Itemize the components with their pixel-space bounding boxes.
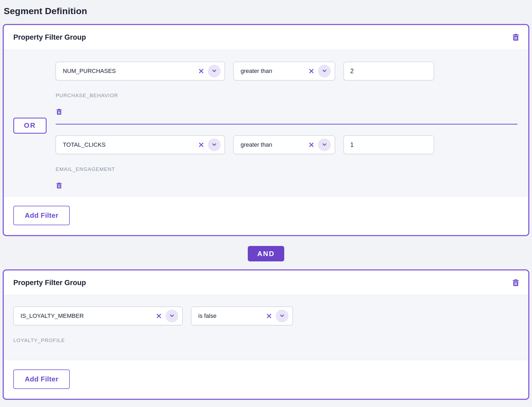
group-title: Property Filter Group xyxy=(13,33,86,42)
clear-operator-button[interactable] xyxy=(308,68,315,75)
operator-select[interactable]: greater than xyxy=(233,135,335,154)
delete-filter-button[interactable] xyxy=(56,108,63,116)
add-filter-button[interactable]: Add Filter xyxy=(13,206,70,225)
or-connector-button[interactable]: OR xyxy=(13,118,47,134)
chevron-down-icon xyxy=(211,141,217,149)
filter-value-input[interactable] xyxy=(344,135,434,154)
chevron-down-icon xyxy=(321,68,328,75)
group-2-footer: Add Filter xyxy=(4,360,528,399)
chevron-down-icon xyxy=(169,313,175,320)
open-property-dropdown-button[interactable] xyxy=(166,310,178,322)
open-operator-dropdown-button[interactable] xyxy=(318,138,331,151)
property-select[interactable]: NUM_PURCHASES xyxy=(56,62,225,80)
chevron-down-icon xyxy=(279,313,285,320)
open-operator-dropdown-button[interactable] xyxy=(276,310,288,322)
open-property-dropdown-button[interactable] xyxy=(208,138,221,151)
clear-property-button[interactable] xyxy=(155,313,162,319)
property-select-value: IS_LOYALTY_MEMBER xyxy=(20,313,155,319)
filter-rows-column: NUM_PURCHASES greate xyxy=(56,62,518,189)
clear-operator-button[interactable] xyxy=(266,313,273,319)
group-2-filter-area: IS_LOYALTY_MEMBER is xyxy=(4,295,528,360)
close-icon xyxy=(308,71,315,75)
delete-group-button[interactable] xyxy=(512,278,520,287)
page-title: Segment Definition xyxy=(4,6,529,16)
filter-1-row: NUM_PURCHASES greate xyxy=(56,62,518,80)
filter-2: TOTAL_CLICKS greater xyxy=(56,135,518,189)
group-1-filter-area: OR NUM_PURCHASES xyxy=(4,50,528,196)
operator-select-value: greater than xyxy=(241,141,308,148)
property-select-value: TOTAL_CLICKS xyxy=(63,141,198,148)
trash-icon xyxy=(56,182,63,189)
delete-group-button[interactable] xyxy=(512,33,520,42)
filter-1: IS_LOYALTY_MEMBER is xyxy=(13,307,518,343)
property-filter-group-1: Property Filter Group OR N xyxy=(3,24,529,236)
trash-icon xyxy=(512,33,520,42)
clear-property-button[interactable] xyxy=(198,141,205,148)
open-operator-dropdown-button[interactable] xyxy=(318,65,331,77)
or-connector-line xyxy=(56,124,518,125)
filter-rows-column: IS_LOYALTY_MEMBER is xyxy=(13,307,518,343)
filter-1: NUM_PURCHASES greate xyxy=(56,62,518,116)
filter-1-row: IS_LOYALTY_MEMBER is xyxy=(13,307,518,325)
operator-select-value: is false xyxy=(198,313,266,319)
open-property-dropdown-button[interactable] xyxy=(208,65,221,77)
property-category-label: LOYALTY_PROFILE xyxy=(13,338,518,343)
close-icon xyxy=(308,145,315,149)
close-icon xyxy=(155,316,162,320)
property-select[interactable]: TOTAL_CLICKS xyxy=(56,135,225,154)
and-group-connector-button[interactable]: AND xyxy=(248,246,284,261)
property-filter-group-2: Property Filter Group IS_LOYALTY_MEMBER xyxy=(3,269,529,400)
close-icon xyxy=(198,145,205,149)
chevron-down-icon xyxy=(211,68,217,75)
filter-connector-column: OR xyxy=(13,62,56,189)
property-category-label: EMAIL_ENGAGEMENT xyxy=(56,166,518,172)
group-title: Property Filter Group xyxy=(13,279,86,287)
clear-operator-button[interactable] xyxy=(308,141,315,148)
close-icon xyxy=(266,316,273,320)
chevron-down-icon xyxy=(321,141,328,149)
group-1-header: Property Filter Group xyxy=(4,25,528,50)
property-select[interactable]: IS_LOYALTY_MEMBER xyxy=(13,307,183,325)
operator-select[interactable]: is false xyxy=(191,307,293,325)
filter-2-row: TOTAL_CLICKS greater xyxy=(56,135,518,154)
trash-icon xyxy=(56,108,63,116)
close-icon xyxy=(198,71,205,75)
group-1-footer: Add Filter xyxy=(4,196,528,235)
operator-select[interactable]: greater than xyxy=(233,62,335,80)
delete-filter-button[interactable] xyxy=(56,182,63,189)
group-2-header: Property Filter Group xyxy=(4,270,528,295)
property-category-label: PURCHASE_BEHAVIOR xyxy=(56,93,518,98)
filter-value-input[interactable] xyxy=(344,62,434,80)
operator-select-value: greater than xyxy=(241,68,308,75)
trash-icon xyxy=(512,278,520,287)
add-filter-button[interactable]: Add Filter xyxy=(13,369,70,389)
property-select-value: NUM_PURCHASES xyxy=(63,68,198,75)
clear-property-button[interactable] xyxy=(198,68,205,75)
